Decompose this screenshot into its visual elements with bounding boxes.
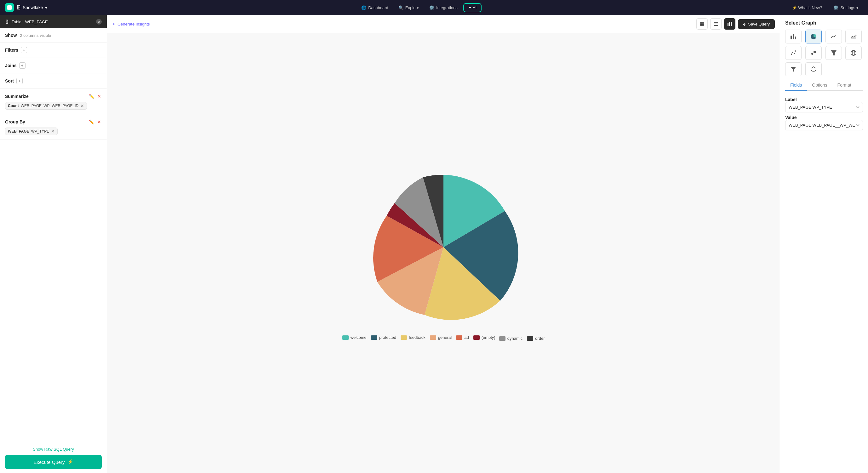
graph-option-map[interactable] [845, 46, 862, 60]
chart-area: welcomeprotectedfeedbackgeneralad(empty)… [107, 33, 780, 473]
save-query-button[interactable]: ⬖ Save Query [738, 19, 775, 29]
execute-query-button[interactable]: Execute Query ⚡ [5, 455, 102, 469]
summarize-tags: Count WEB_PAGE WP_WEB_PAGE_ID ✕ [5, 102, 102, 109]
svg-rect-8 [729, 22, 730, 26]
summarize-tag: Count WEB_PAGE WP_WEB_PAGE_ID ✕ [5, 102, 87, 109]
tab-options[interactable]: Options [807, 80, 832, 91]
table-header-icon: 🗄 [5, 20, 9, 24]
brand-icon: 🗄 [17, 5, 21, 10]
nav-whats-new[interactable]: ⚡ What's New? [788, 3, 827, 12]
legend-swatch [456, 336, 462, 340]
legend-label: (empty) [482, 335, 495, 340]
sort-add-button[interactable]: + [17, 78, 23, 84]
label-field-select[interactable]: WEB_PAGE.WP_TYPE [785, 102, 863, 113]
summarize-label: Summarize [5, 94, 29, 99]
svg-rect-1 [702, 22, 704, 24]
group-by-delete-button[interactable]: ✕ [97, 119, 102, 125]
tab-format[interactable]: Format [832, 80, 856, 91]
left-panel: 🗄 Table: WEB_PAGE ✕ Show 2 columns visib… [0, 15, 107, 473]
app-logo [5, 3, 14, 12]
svg-point-15 [792, 52, 793, 53]
generate-insights-button[interactable]: ✦ Generate Insights [112, 22, 150, 27]
integrations-icon: ⚙️ [429, 5, 434, 10]
table-close-button[interactable]: ✕ [96, 19, 102, 25]
svg-rect-3 [702, 24, 704, 26]
legend-swatch [499, 336, 505, 341]
svg-rect-11 [793, 34, 794, 39]
nav-center: 🌐 Dashboard 🔍 Explore ⚙️ Integrations ✦ … [54, 3, 785, 12]
brand-switcher[interactable]: 🗄 Snowflake ▾ [17, 5, 47, 10]
svg-rect-4 [714, 22, 718, 23]
legend-label: feedback [409, 335, 426, 340]
group-by-edit-button[interactable]: ✏️ [88, 119, 95, 125]
legend-swatch [527, 336, 533, 341]
summarize-edit-button[interactable]: ✏️ [88, 93, 95, 99]
nav-settings[interactable]: ⚙️ Settings ▾ [829, 3, 863, 12]
legend-item: feedback [401, 334, 426, 341]
nav-explore[interactable]: 🔍 Explore [394, 3, 424, 12]
legend-item: ad [456, 334, 469, 341]
nav-dashboard[interactable]: 🌐 Dashboard [357, 3, 393, 12]
svg-point-16 [794, 53, 795, 54]
center-panel: ✦ Generate Insights ⬖ Save Query [107, 15, 780, 473]
chart-toolbar: ✦ Generate Insights ⬖ Save Query [107, 15, 780, 33]
delete-icon: ✕ [97, 119, 101, 124]
nav-integrations[interactable]: ⚙️ Integrations [425, 3, 462, 12]
legend-item: welcome [342, 334, 367, 341]
pie-chart [362, 165, 525, 329]
group-by-field-label: WP_TYPE [31, 129, 49, 133]
save-query-label: Save Query [748, 22, 770, 27]
graph-option-pie[interactable] [805, 30, 822, 43]
graph-option-area[interactable] [845, 30, 862, 43]
graph-options-grid [785, 30, 863, 76]
panel-content: Show 2 columns visible Filters + Joins + [0, 28, 107, 443]
legend-item: order [527, 336, 545, 341]
right-panel-title: Select Graph [785, 20, 863, 26]
legend-label: order [535, 336, 545, 341]
legend-item: (empty) [473, 334, 495, 341]
filter-icon: ⬖ [743, 22, 746, 27]
legend-swatch [342, 336, 349, 340]
joins-add-button[interactable]: + [19, 62, 26, 69]
graph-option-bar[interactable] [785, 30, 802, 43]
chart-legend: welcomeprotectedfeedbackgeneralad(empty)… [342, 334, 545, 341]
filters-label: Filters [5, 48, 18, 53]
legend-label: dynamic [507, 336, 523, 341]
nav-ai[interactable]: ✦ AI [463, 3, 482, 12]
right-panel: Select Graph [780, 15, 868, 473]
tab-fields[interactable]: Fields [785, 80, 807, 91]
summarize-field-label: WP_WEB_PAGE_ID [43, 104, 79, 108]
graph-option-line[interactable] [826, 30, 842, 43]
graph-option-network[interactable] [805, 62, 822, 76]
chart-wrapper [362, 165, 525, 329]
group-by-tag-close[interactable]: ✕ [51, 129, 55, 133]
svg-rect-6 [714, 25, 718, 26]
joins-label: Joins [5, 63, 17, 68]
legend-label: welcome [350, 335, 367, 340]
chart-view-button[interactable] [724, 18, 735, 30]
summarize-tag-close[interactable]: ✕ [80, 104, 84, 108]
joins-header: Joins + [5, 62, 102, 69]
graph-option-funnel[interactable] [826, 46, 842, 60]
right-panel-tabs: FieldsOptionsFormat [785, 80, 863, 91]
graph-option-filter[interactable] [785, 62, 802, 76]
value-field-select[interactable]: WEB_PAGE.WEB_PAGE__WP_WE [785, 120, 863, 130]
summarize-delete-button[interactable]: ✕ [97, 93, 102, 99]
legend-label: general [438, 335, 452, 340]
summarize-count-label: Count [8, 104, 19, 108]
list-view-button[interactable] [710, 18, 721, 30]
brand-chevron: ▾ [45, 5, 47, 10]
svg-marker-25 [811, 67, 816, 72]
svg-marker-24 [790, 67, 796, 72]
filters-add-button[interactable]: + [21, 47, 27, 53]
show-sql-link[interactable]: Show Raw SQL Query [33, 447, 74, 451]
svg-rect-12 [795, 36, 796, 39]
summarize-section: Summarize ✏️ ✕ Count WEB_PAGE WP_ [0, 89, 107, 114]
edit-icon: ✏️ [89, 119, 94, 124]
legend-item: dynamic [499, 336, 523, 341]
graph-option-scatter[interactable] [785, 46, 802, 60]
graph-option-bubble[interactable] [805, 46, 822, 60]
execute-icon: ⚡ [67, 459, 73, 465]
table-view-button[interactable] [696, 18, 708, 30]
sort-section: Sort + [0, 73, 107, 89]
